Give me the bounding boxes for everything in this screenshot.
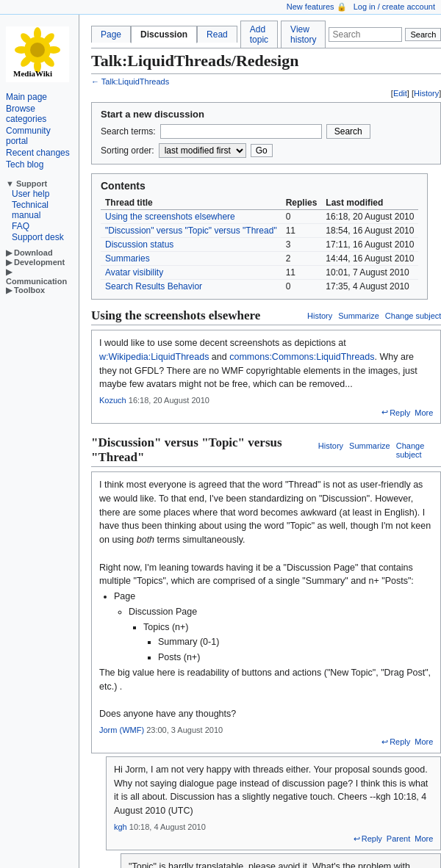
main-content: Page Discussion Read Add topic View hist… [79, 15, 441, 868]
tab-discussion[interactable]: Discussion [131, 26, 197, 43]
cell-thread-title[interactable]: Search Results Behavior [101, 280, 282, 294]
sidebar-item-faq[interactable]: FAQ [6, 220, 73, 231]
sidebar-item-recent[interactable]: Recent changes [6, 147, 73, 159]
link-commons-lt[interactable]: commons:Commons:LiquidThreads [229, 352, 374, 362]
search-terms-input[interactable] [160, 124, 322, 139]
sidebar-item-user-help[interactable]: User help [6, 188, 73, 199]
search-input[interactable] [329, 27, 402, 42]
new-discussion-search-button[interactable]: Search [326, 124, 370, 139]
cell-thread-title[interactable]: Using the screenshots elsewhere [101, 210, 282, 224]
communication-group-title[interactable]: ▶ Communication [6, 267, 73, 286]
thread-discussion-title: "Discussion" versus "Topic" versus "Thre… [91, 435, 318, 465]
tab-view-history[interactable]: View history [281, 21, 326, 48]
edit-links: [Edit] [History] [91, 89, 441, 98]
table-row: Search Results Behavior 0 17:35, 4 Augus… [101, 280, 418, 294]
post-screenshots-author[interactable]: Kozuch [99, 396, 126, 405]
post-reply2-text: "Topic" is hardly translatable, please a… [129, 860, 433, 868]
go-button[interactable]: Go [251, 144, 273, 157]
post-screenshots-timestamp: 16:18, 20 August 2010 [129, 396, 209, 405]
cell-last-modified: 10:01, 7 August 2010 [321, 266, 418, 280]
post-discussion-main: I think most everyone is agreed that the… [91, 471, 441, 753]
table-row: Using the screenshots elsewhere 0 16:18,… [101, 210, 418, 224]
post-reply1-author[interactable]: kgh [114, 822, 127, 831]
thread-discussion: "Discussion" versus "Topic" versus "Thre… [91, 435, 441, 868]
thread-screenshots-change-subject[interactable]: Change subject [385, 311, 441, 320]
page-title-area: Talk:LiquidThreads/Redesign ← Talk:Liqui… [91, 48, 441, 89]
reply-icon-2: ↩ [381, 737, 388, 747]
post-reply1-timestamp: 10:18, 4 August 2010 [129, 822, 206, 831]
contents-title: Contents [101, 180, 418, 192]
thread-discussion-change-subject[interactable]: Change subject [396, 441, 441, 459]
post-reply1-text: Hi Jorm, I am not very happy with thread… [114, 763, 433, 818]
col-replies: Replies [282, 196, 322, 210]
sidebar-item-community[interactable]: Community portal [6, 125, 73, 147]
breadcrumb[interactable]: ← Talk:LiquidThreads [91, 77, 441, 86]
col-last-modified: Last modified [321, 196, 418, 210]
sidebar-item-tech[interactable]: Tech blog [6, 159, 73, 170]
post-screenshots-main: I would like to use some decent screensh… [91, 330, 441, 424]
post-discussion-author[interactable]: Jorm (WMF) [99, 726, 144, 734]
cell-replies: 0 [282, 210, 322, 224]
thread-screenshots-summarize[interactable]: Summarize [338, 311, 379, 320]
history-link[interactable]: History [414, 89, 439, 98]
toolbox-group-title[interactable]: ▶ Toolbox [6, 286, 73, 295]
thread-screenshots-title: Using the screenshots elsewhere [91, 308, 260, 323]
edit-link[interactable]: Edit [393, 89, 407, 98]
sort-label: Sorting order: [101, 145, 154, 156]
svg-point-3 [34, 27, 41, 40]
post-reply1-parent[interactable]: Parent [387, 834, 410, 843]
download-group-title[interactable]: ▶ Download [6, 248, 73, 258]
svg-point-9 [15, 46, 28, 54]
thread-screenshots-history[interactable]: History [307, 311, 332, 320]
table-row: Discussion status 3 17:11, 16 August 201… [101, 238, 418, 252]
link-wikipedia-lt[interactable]: w:Wikipedia:LiquidThreads [99, 352, 209, 362]
post-screenshots-reply[interactable]: ↩ Reply [381, 408, 410, 417]
thread-discussion-summarize[interactable]: Summarize [349, 441, 390, 459]
cell-replies: 11 [282, 266, 322, 280]
new-discussion-box: Start a new discussion Search terms: Sea… [91, 102, 441, 164]
thread-discussion-history[interactable]: History [318, 441, 343, 459]
svg-text:MediaWiki: MediaWiki [13, 69, 52, 78]
cell-thread-title[interactable]: "Discussion" versus "Topic" versus "Thre… [101, 224, 282, 238]
reply-icon-3: ↩ [354, 834, 360, 844]
thread-screenshots-actions: History Summarize Change subject [307, 311, 441, 320]
post-reply1-meta: kgh 10:18, 4 August 2010 [114, 822, 433, 831]
logo-area: MediaWiki [0, 21, 79, 88]
cell-thread-title[interactable]: Summaries [101, 252, 282, 266]
thread-screenshots-header: Using the screenshots elsewhere History … [91, 308, 441, 325]
post-reply1-more[interactable]: More [415, 834, 433, 843]
post-discussion-text: I think most everyone is agreed that the… [99, 478, 433, 721]
svg-point-2 [30, 43, 45, 57]
thread-discussion-header: "Discussion" versus "Topic" versus "Thre… [91, 435, 441, 467]
cell-thread-title[interactable]: Discussion status [101, 238, 282, 252]
post-discussion-meta: Jorm (WMF) 23:00, 3 August 2010 [99, 726, 433, 734]
development-group-title[interactable]: ▶ Development [6, 258, 73, 267]
page-title: Talk:LiquidThreads/Redesign [91, 51, 441, 74]
table-row: Summaries 2 14:44, 16 August 2010 [101, 252, 418, 266]
new-discussion-title: Start a new discussion [101, 109, 431, 120]
new-features-link[interactable]: New features [287, 2, 334, 11]
support-group-title[interactable]: ▼ Support [6, 179, 73, 188]
login-link[interactable]: Log in / create account [354, 2, 435, 11]
cell-thread-title[interactable]: Avatar visibility [101, 266, 282, 280]
thread-screenshots: Using the screenshots elsewhere History … [91, 308, 441, 424]
sidebar-item-browse[interactable]: Browse categories [6, 103, 73, 125]
post-reply1-reply[interactable]: ↩ Reply [354, 834, 382, 844]
sidebar-item-tech-manual[interactable]: Technical manual [6, 199, 73, 220]
sort-select[interactable]: last modified firstoldest firstnewest fi… [159, 143, 246, 158]
tab-page[interactable]: Page [91, 26, 131, 43]
sidebar-item-main-page[interactable]: Main page [6, 91, 73, 103]
tab-read[interactable]: Read [197, 26, 237, 43]
sidebar-item-support-desk[interactable]: Support desk [6, 231, 73, 242]
mediawiki-logo: MediaWiki [6, 26, 69, 82]
tab-add-topic[interactable]: Add topic [240, 21, 278, 48]
nav-section: Main page Browse categories Community po… [0, 88, 79, 173]
tabs-bar: Page Discussion Read Add topic View hist… [91, 21, 441, 48]
post-discussion-reply[interactable]: ↩ Reply [381, 737, 410, 747]
post-screenshots-text: I would like to use some decent screensh… [99, 336, 433, 391]
table-row: "Discussion" versus "Topic" versus "Thre… [101, 224, 418, 238]
topbar: New features 🔒 Log in / create account [0, 0, 441, 15]
post-screenshots-more[interactable]: More [415, 408, 433, 417]
post-discussion-more[interactable]: More [415, 737, 433, 746]
search-button[interactable]: Search [405, 28, 441, 41]
